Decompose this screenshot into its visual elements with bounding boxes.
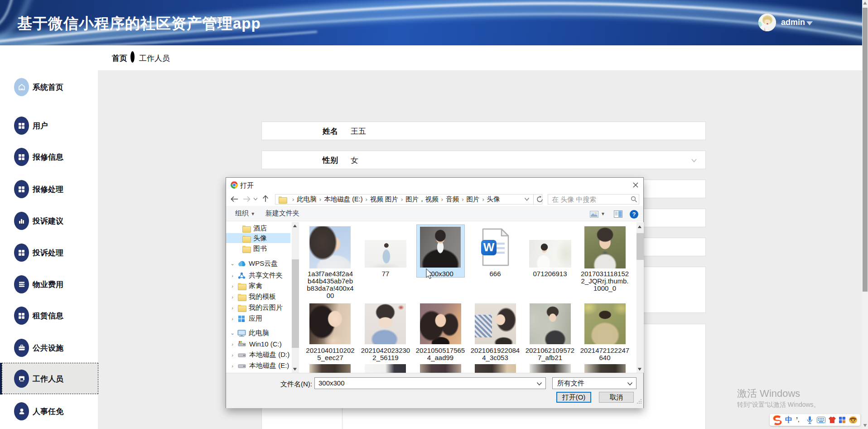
svg-text:W: W	[483, 240, 495, 254]
